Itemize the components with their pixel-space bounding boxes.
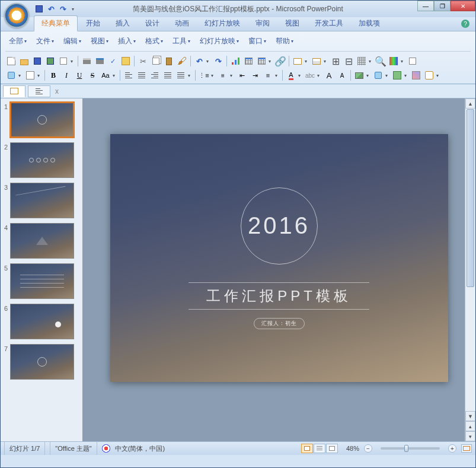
menu-view[interactable]: 视图▾ [87, 35, 112, 47]
thumbnail-item[interactable]: 2 [3, 142, 80, 178]
status-language[interactable]: 中文(简体，中国) [115, 444, 165, 453]
color-icon[interactable] [388, 55, 400, 67]
format-painter-icon[interactable]: 🖌 [176, 55, 188, 67]
table-dropdown[interactable]: ▾ [269, 59, 273, 64]
new-icon[interactable] [5, 55, 17, 67]
cut-icon[interactable]: ✂ [137, 55, 149, 67]
tab-addins[interactable]: 加载项 [352, 16, 387, 31]
quickstyle-icon[interactable] [391, 69, 403, 81]
layout-icon[interactable] [311, 55, 322, 67]
thumbnail-panel[interactable]: 1 2 3 4 5 6 7 [1, 98, 82, 441]
tab-home[interactable]: 开始 [79, 16, 107, 31]
close-button[interactable]: ✕ [451, 1, 475, 11]
shape-icon[interactable] [5, 69, 17, 81]
close-panel-icon[interactable]: x [55, 87, 59, 95]
minimize-button[interactable]: — [417, 1, 434, 11]
menu-tools[interactable]: 工具▾ [169, 35, 194, 47]
zoom-icon[interactable]: 🔍 [375, 55, 386, 67]
tab-design[interactable]: 设计 [138, 16, 167, 31]
current-slide[interactable]: 2016 工作汇报PPT模板 汇报人：初生 [110, 134, 448, 382]
bold-button[interactable]: B [47, 69, 59, 81]
underline-button[interactable]: U [74, 69, 85, 81]
color-dropdown[interactable]: ▾ [401, 59, 405, 64]
prev-slide-icon[interactable]: ▴ [465, 421, 475, 431]
menu-all[interactable]: 全部▾ [5, 35, 30, 47]
menu-edit[interactable]: 编辑▾ [60, 35, 85, 47]
thumbnail-2[interactable] [10, 142, 74, 178]
clear-format-icon[interactable]: abc [304, 69, 316, 81]
grow-font-icon[interactable]: A [323, 69, 335, 81]
thumbnail-item[interactable]: 3 [3, 183, 80, 218]
collapse-icon[interactable]: ⊟ [343, 55, 354, 67]
thumbnail-item[interactable]: 5 [3, 263, 80, 299]
picture-icon[interactable] [353, 69, 365, 81]
print-preview-icon[interactable] [94, 55, 106, 67]
redo-button[interactable]: ↷ [212, 55, 224, 67]
menu-insert[interactable]: 插入▾ [114, 35, 139, 47]
menu-slideshow[interactable]: 幻灯片放映▾ [196, 35, 242, 47]
status-slide-position[interactable]: 幻灯片 1/7 [4, 442, 45, 455]
undo-dropdown[interactable]: ▾ [206, 59, 211, 64]
zoom-in-button[interactable]: + [448, 444, 456, 453]
thumbnail-1[interactable] [10, 102, 74, 138]
textbox-icon[interactable] [24, 69, 36, 81]
macro-icon[interactable] [407, 55, 419, 67]
newslide-dropdown[interactable]: ▾ [305, 59, 309, 64]
align-right-icon[interactable] [149, 69, 161, 81]
slide-editor-area[interactable]: 2016 工作汇报PPT模板 汇报人：初生 ▲ ▼ ▴ ▾ [82, 98, 475, 441]
linespacing-icon[interactable]: ≡ [262, 69, 274, 81]
arrange-icon[interactable] [372, 69, 384, 81]
indent-icon[interactable]: ⇥ [249, 69, 261, 81]
thumbnail-item[interactable]: 7 [3, 344, 80, 380]
thumbnail-item[interactable]: 4 [3, 223, 80, 259]
zoom-out-button[interactable]: − [364, 444, 372, 453]
zoom-percent[interactable]: 48% [346, 445, 359, 452]
status-theme[interactable]: "Office 主题" [50, 442, 97, 455]
layout-dropdown[interactable]: ▾ [324, 59, 328, 64]
fit-to-window-icon[interactable] [461, 444, 472, 453]
normal-view-icon[interactable] [301, 444, 313, 453]
open-icon[interactable] [18, 55, 30, 67]
menu-file[interactable]: 文件▾ [33, 35, 57, 47]
align-center-icon[interactable] [136, 69, 148, 81]
grid-dropdown[interactable]: ▾ [369, 59, 373, 64]
menu-help[interactable]: 帮助▾ [272, 35, 297, 47]
thumbnail-item[interactable]: 6 [3, 304, 80, 339]
thumbnail-6[interactable] [10, 304, 74, 339]
undo-icon[interactable]: ↶ [47, 5, 55, 13]
zoom-slider[interactable] [381, 447, 440, 450]
tab-review[interactable]: 审阅 [248, 16, 277, 31]
expand-icon[interactable]: ⊞ [330, 55, 341, 67]
help-icon[interactable]: ? [461, 20, 469, 28]
italic-button[interactable]: I [60, 69, 72, 81]
menu-window[interactable]: 窗口▾ [245, 35, 270, 47]
changecase-button[interactable]: Aa [100, 69, 111, 81]
thumbnail-5[interactable] [10, 263, 74, 299]
save-as-icon[interactable] [44, 55, 56, 67]
tab-insert[interactable]: 插入 [108, 16, 137, 31]
font-color-icon[interactable]: A [285, 69, 297, 81]
slides-panel-tab[interactable] [3, 85, 25, 97]
slideshow-icon[interactable] [423, 69, 435, 81]
slideshow-view-icon[interactable] [326, 444, 338, 453]
scrollbar-thumb[interactable] [467, 109, 474, 287]
outline-panel-tab[interactable] [28, 85, 50, 97]
hyperlink-icon[interactable]: 🔗 [274, 55, 286, 67]
bullets-icon[interactable]: ⋮≡ [198, 69, 210, 81]
outdent-icon[interactable]: ⇤ [236, 69, 248, 81]
next-slide-icon[interactable]: ▾ [465, 431, 475, 441]
thumbnail-4[interactable] [10, 223, 74, 259]
research-icon[interactable] [120, 55, 132, 67]
maximize-button[interactable]: ❐ [434, 1, 451, 11]
save-button[interactable] [31, 55, 43, 67]
thumbnail-7[interactable] [10, 344, 74, 380]
print-icon[interactable] [81, 55, 92, 67]
redo-icon[interactable]: ↷ [59, 5, 67, 13]
language-icon[interactable] [102, 444, 110, 453]
tab-developer[interactable]: 开发工具 [308, 16, 350, 31]
tab-slideshow[interactable]: 幻灯片放映 [197, 16, 247, 31]
zoom-slider-thumb[interactable] [404, 445, 408, 452]
scroll-down-icon[interactable]: ▼ [465, 411, 475, 421]
table-icon[interactable] [242, 55, 254, 67]
qat-dropdown-icon[interactable]: ▾ [71, 5, 75, 13]
